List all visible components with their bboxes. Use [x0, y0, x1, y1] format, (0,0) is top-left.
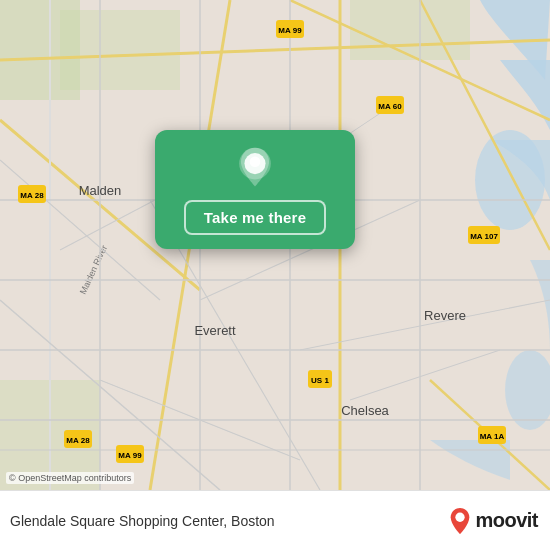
map-area: Malden River: [0, 0, 550, 490]
svg-text:Revere: Revere: [424, 308, 466, 323]
svg-text:MA 99: MA 99: [118, 451, 142, 460]
svg-text:Everett: Everett: [194, 323, 236, 338]
svg-text:MA 28: MA 28: [20, 191, 44, 200]
svg-text:Chelsea: Chelsea: [341, 403, 389, 418]
svg-point-1: [505, 350, 550, 430]
svg-line-25: [0, 160, 160, 300]
svg-text:MA 107: MA 107: [470, 232, 498, 241]
svg-text:MA 1A: MA 1A: [480, 432, 505, 441]
svg-point-58: [456, 512, 465, 521]
svg-text:MA 60: MA 60: [378, 102, 402, 111]
location-popup: Take me there: [155, 130, 355, 249]
map-attribution: © OpenStreetMap contributors: [6, 472, 134, 484]
take-me-there-button[interactable]: Take me there: [184, 200, 326, 235]
svg-text:MA 28: MA 28: [66, 436, 90, 445]
svg-rect-4: [350, 0, 470, 60]
moovit-pin-icon: [449, 507, 471, 535]
svg-text:US 1: US 1: [311, 376, 329, 385]
moovit-brand-text: moovit: [475, 509, 538, 532]
svg-text:Malden: Malden: [79, 183, 122, 198]
location-title: Glendale Square Shopping Center, Boston: [10, 513, 275, 529]
bottom-bar: Glendale Square Shopping Center, Boston …: [0, 490, 550, 550]
svg-rect-3: [60, 10, 180, 90]
moovit-logo: moovit: [449, 507, 538, 535]
svg-line-29: [350, 350, 500, 400]
svg-point-57: [250, 157, 261, 168]
svg-text:MA 99: MA 99: [278, 26, 302, 35]
location-pin-icon: [233, 146, 277, 190]
